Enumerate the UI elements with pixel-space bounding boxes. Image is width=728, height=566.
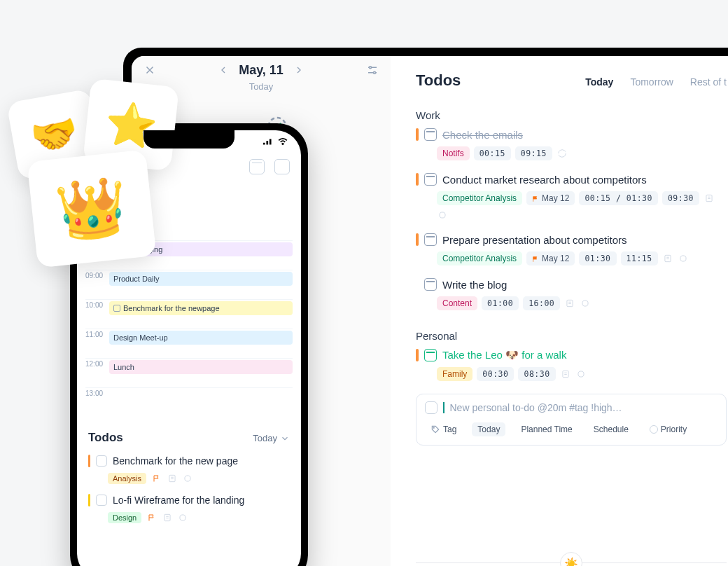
filter-tomorrow[interactable]: Tomorrow: [630, 76, 673, 88]
phone-notch: [144, 130, 234, 149]
note-icon[interactable]: [162, 513, 172, 523]
opt-planned-time[interactable]: Planned Time: [515, 422, 578, 436]
circle-icon[interactable]: [580, 298, 591, 309]
event-label: Lunch: [113, 363, 134, 371]
calendar-event[interactable]: Benchmark for the newpage: [109, 301, 293, 315]
flag-icon: [532, 195, 539, 202]
hour-row: 13:00: [85, 387, 293, 417]
hour-label: 11:00: [85, 329, 109, 338]
todo-item[interactable]: Lo-fi Wireframe for the landingDesign: [88, 494, 290, 523]
tablet-calendar-header: May, 11: [132, 59, 391, 78]
note-icon[interactable]: [704, 193, 715, 204]
flag-date-chip[interactable]: May 12: [526, 191, 575, 205]
circle-icon: [650, 425, 658, 434]
circle-icon[interactable]: [178, 513, 188, 523]
filter-rest[interactable]: Rest of t: [690, 76, 727, 88]
time-pill: 00:15 / 01:30: [579, 191, 658, 205]
calendar-icon[interactable]: [249, 159, 265, 174]
circle-icon[interactable]: [678, 253, 689, 264]
opt-today[interactable]: Today: [472, 422, 505, 436]
flag-icon[interactable]: [147, 513, 157, 523]
todo-item[interactable]: Take the Leo 🐶 for a walkFamily00:3008:3…: [416, 349, 727, 381]
hour-row: 10:00Benchmark for the newpage: [85, 299, 293, 329]
flag-date-chip[interactable]: May 12: [526, 251, 575, 265]
chevron-down-icon: [280, 434, 290, 443]
calendar-event[interactable]: Design Meet-up: [109, 331, 293, 345]
note-icon[interactable]: [167, 474, 177, 483]
new-todo-options: Tag Today Planned Time Schedule Priority: [425, 422, 718, 436]
flag-icon: [532, 255, 539, 262]
time-pill: 01:30: [579, 251, 616, 265]
circle-icon[interactable]: [183, 474, 192, 483]
tag-pill[interactable]: Competitor Analysis: [437, 251, 522, 265]
tag-pill[interactable]: Design: [108, 512, 141, 523]
svg-point-8: [582, 301, 588, 306]
time-pill: 09:15: [515, 146, 552, 160]
opt-tag[interactable]: Tag: [425, 422, 462, 436]
todos-header: Todos Today Tomorrow Rest of t: [416, 71, 727, 90]
hour-label: 10:00: [85, 300, 109, 309]
new-todo-composer[interactable]: New personal to-do @20m #tag !high… Tag …: [416, 394, 727, 446]
tag-pill[interactable]: Analysis: [108, 473, 146, 484]
flag-icon[interactable]: [152, 474, 162, 483]
close-icon[interactable]: [141, 62, 158, 78]
todo-meta: Family00:3008:30: [437, 367, 727, 381]
calendar-event[interactable]: Product Daily: [109, 272, 293, 286]
calendar-event[interactable]: Lunch: [109, 360, 293, 374]
checkbox-icon[interactable]: [96, 455, 107, 467]
list-view-icon[interactable]: [274, 159, 290, 174]
todo-item[interactable]: Conduct market research about competitor…: [416, 173, 727, 221]
todo-text: Prepare presentation about competitors: [442, 234, 627, 246]
tag-pill[interactable]: Family: [437, 367, 472, 381]
priority-bar: [416, 173, 419, 186]
chevron-right-icon[interactable]: [290, 62, 307, 78]
svg-rect-5: [665, 255, 671, 261]
phone-todos-heading: Todos: [88, 431, 123, 445]
time-pill: 16:00: [523, 296, 560, 310]
phone-calendar-area: 08:00Go Jogging09:00Product Daily10:00Be…: [77, 240, 301, 421]
note-icon[interactable]: [662, 253, 673, 264]
todo-item[interactable]: Check the emailsNotifs00:1509:15: [416, 128, 727, 160]
todo-item[interactable]: Prepare presentation about competitorsCo…: [416, 233, 727, 265]
todo-text: Write the blog: [442, 279, 507, 291]
svg-point-0: [369, 67, 371, 69]
todo-item[interactable]: Benchmark for the new pageAnalysis: [88, 455, 290, 484]
checkbox-icon[interactable]: [96, 495, 107, 506]
priority-bar: [416, 278, 419, 291]
svg-point-10: [578, 371, 584, 377]
hour-row: 12:00Lunch: [85, 358, 293, 387]
calendar-date-title: May, 11: [239, 63, 284, 78]
hour-row: 09:00Product Daily: [85, 270, 293, 299]
tablet-todos-pane: Todos Today Tomorrow Rest of t Work Chec…: [391, 56, 728, 566]
todo-item[interactable]: Write the blogContent01:0016:00: [416, 278, 727, 310]
opt-schedule[interactable]: Schedule: [588, 422, 634, 436]
text-cursor: [443, 402, 444, 413]
checkbox-icon: [113, 305, 120, 312]
svg-point-11: [433, 427, 434, 428]
svg-point-6: [680, 256, 686, 261]
tag-pill[interactable]: Competitor Analysis: [437, 191, 522, 205]
cell-signal-icon: [263, 137, 274, 147]
note-icon[interactable]: [564, 298, 575, 309]
svg-point-15: [282, 144, 284, 145]
chevron-left-icon[interactable]: [215, 62, 232, 78]
tag-pill[interactable]: Content: [437, 296, 477, 310]
priority-bar: [88, 494, 90, 506]
wifi-icon: [277, 137, 288, 147]
circle-icon[interactable]: [437, 209, 448, 221]
filter-today[interactable]: Today: [585, 76, 613, 88]
phone-todos-section: Todos Today Benchmark for the new pageAn…: [77, 421, 301, 566]
opt-priority[interactable]: Priority: [644, 422, 692, 436]
todo-text: Check the emails: [442, 129, 523, 141]
phone-filter-select[interactable]: Today: [253, 433, 290, 443]
svg-point-4: [440, 212, 445, 218]
circle-icon[interactable]: [575, 368, 587, 380]
tag-pill[interactable]: Notifs: [437, 146, 470, 160]
priority-bar: [88, 455, 90, 467]
checkbox-icon[interactable]: [425, 401, 438, 414]
note-icon[interactable]: [560, 368, 571, 380]
time-pill: 00:30: [477, 367, 514, 381]
settings-sliders-icon[interactable]: [364, 62, 381, 78]
day-divider: ☀️: [416, 562, 727, 563]
todo-meta: Content01:0016:00: [437, 296, 727, 310]
